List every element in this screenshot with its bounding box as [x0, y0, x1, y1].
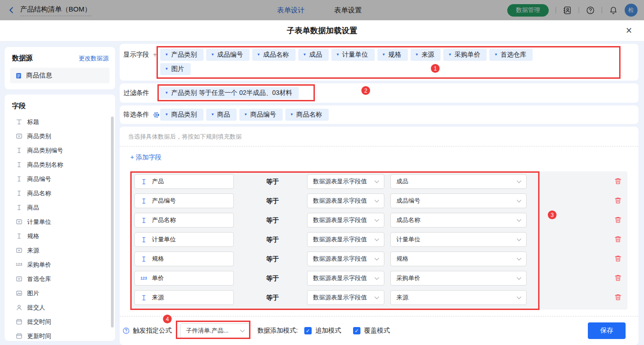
help-circle-icon[interactable] [122, 327, 130, 334]
field-item[interactable]: 商品类别名称 [5, 158, 115, 172]
field-item[interactable]: 规格 [5, 229, 115, 243]
formula-select[interactable]: 子件清单.产品... [180, 323, 250, 338]
source-type-select[interactable]: 数据源表显示字段值 [307, 174, 384, 189]
trash-icon[interactable] [614, 274, 622, 282]
scrollbar-thumb[interactable] [111, 117, 114, 327]
field-item[interactable]: 标题 [5, 115, 115, 129]
field-item[interactable]: 商品类别编号 [5, 143, 115, 158]
avatar[interactable]: 检 [625, 4, 638, 17]
chip-row: ▼产品类别▼成品编号▼成品名称▼成品▼计量单位▼规格▼来源▼采购单价▼首选仓库 [160, 49, 626, 61]
field-item[interactable]: 123采购单价 [5, 257, 115, 272]
source-type-select[interactable]: 数据源表显示字段值 [307, 271, 384, 286]
screen-condition-card: 筛选条件 ▼商品类别▼商品▼商品编号▼商品名称 [120, 105, 638, 124]
date-icon [16, 333, 23, 339]
source-field-select[interactable]: 采购单价 [390, 271, 527, 286]
gear-icon[interactable] [153, 111, 160, 118]
field-chip[interactable]: ▼商品类别 [160, 109, 203, 121]
field-chip[interactable]: ▼商品名称 [285, 109, 329, 121]
field-chip[interactable]: ▼产品类别 等于任意一个 02半成品、03材料 [160, 87, 299, 99]
contacts-icon[interactable] [563, 6, 572, 15]
field-item[interactable]: 商品类别 [5, 129, 115, 143]
field-chip[interactable]: ▼来源 [411, 49, 441, 61]
field-chip[interactable]: ▼首选仓库 [489, 49, 533, 61]
field-item[interactable]: 提交时间 [5, 315, 115, 329]
rule-field-input[interactable]: 来源 [134, 290, 234, 305]
datasource-item[interactable]: 商品信息 [10, 68, 110, 83]
rule-field-input[interactable]: 计量单位 [134, 232, 234, 247]
field-item[interactable]: 计量单位 [5, 215, 115, 229]
field-chip[interactable]: ▼产品类别 [160, 49, 203, 61]
trash-icon[interactable] [614, 235, 622, 243]
save-button[interactable]: 保存 [588, 322, 626, 339]
change-datasource-link[interactable]: 更改数据源 [79, 54, 109, 63]
field-item[interactable]: 提交人 [5, 300, 115, 315]
field-chip[interactable]: ▼商品 [206, 109, 237, 121]
rule-field-input[interactable]: 产品名称 [134, 213, 234, 228]
checkbox[interactable]: ✓ [304, 327, 312, 334]
source-type-select[interactable]: 数据源表显示字段值 [307, 232, 384, 247]
field-item[interactable]: 商品编号 [5, 172, 115, 186]
rule-operator: 等于 [266, 174, 279, 189]
field-item[interactable]: 商品名称 [5, 186, 115, 200]
chevron-down-icon: ▼ [382, 53, 386, 57]
source-field-select[interactable]: 计量单位 [390, 232, 527, 247]
rule-field-input[interactable]: 规格 [134, 251, 234, 266]
title-icon [16, 118, 23, 125]
field-chip[interactable]: ▼计量单位 [331, 49, 375, 61]
text-icon [140, 198, 147, 205]
field-item[interactable]: 图片 [5, 286, 115, 300]
document-icon [15, 72, 22, 79]
close-icon[interactable]: × [626, 23, 632, 37]
rule-operator: 等于 [266, 232, 279, 247]
field-chip[interactable]: ▼成品名称 [252, 49, 296, 61]
field-chip[interactable]: ▼成品编号 [206, 49, 249, 61]
trash-icon[interactable] [614, 177, 622, 185]
data-manage-button[interactable]: 数据管理 [507, 4, 549, 17]
field-item[interactable]: 更新时间 [5, 329, 115, 341]
source-field-select[interactable]: 规格 [390, 251, 527, 266]
trash-icon[interactable] [614, 197, 622, 205]
chip-label: 来源 [421, 51, 434, 59]
checkbox[interactable]: ✓ [353, 327, 360, 334]
rule-field-input[interactable]: 产品 [134, 174, 234, 189]
source-field-select[interactable]: 成品 [390, 174, 527, 189]
chip-label: 计量单位 [342, 51, 368, 59]
field-item[interactable]: 来源 [5, 243, 115, 257]
chevron-down-icon: ▼ [244, 113, 248, 117]
field-item-label: 商品名称 [27, 189, 51, 198]
field-item[interactable]: 首选仓库 [5, 272, 115, 286]
field-chip[interactable]: ▼成品 [298, 49, 329, 61]
trash-icon[interactable] [614, 255, 622, 263]
field-item[interactable]: 商品 [5, 200, 115, 215]
field-chip[interactable]: ▼采购单价 [443, 49, 487, 61]
mode-checkbox-option[interactable]: ✓追加模式 [304, 327, 341, 335]
rule-field-input[interactable]: 123单价 [134, 271, 234, 286]
source-type-select[interactable]: 数据源表显示字段值 [307, 290, 384, 305]
source-field-value: 规格 [396, 255, 408, 263]
source-type-select[interactable]: 数据源表显示字段值 [307, 251, 384, 266]
source-field-select[interactable]: 成品名称 [390, 213, 527, 228]
source-field-select[interactable]: 成品编号 [390, 193, 527, 208]
source-field-select[interactable]: 来源 [390, 290, 527, 305]
source-type-value: 数据源表显示字段值 [313, 197, 367, 205]
topbar-actions: 数据管理 检 [507, 0, 638, 20]
rule-field-label: 产品名称 [152, 216, 176, 224]
bell-icon[interactable] [609, 6, 618, 15]
tab-form-settings[interactable]: 表单设置 [334, 6, 362, 15]
rule-field-input[interactable]: 产品编号 [134, 193, 234, 208]
add-field-link[interactable]: + 添加字段 [130, 153, 162, 162]
field-chip[interactable]: ▼规格 [377, 49, 408, 61]
back-icon[interactable] [7, 6, 16, 14]
modal-title: 子表单数据加载设置 [0, 20, 644, 41]
trash-icon[interactable] [614, 293, 622, 301]
tab-form-design[interactable]: 表单设计 [277, 6, 305, 15]
source-type-select[interactable]: 数据源表显示字段值 [307, 193, 384, 208]
add-display-field-icon[interactable]: + [153, 51, 157, 59]
trash-icon[interactable] [614, 216, 622, 224]
field-chip[interactable]: ▼商品编号 [239, 109, 283, 121]
datasource-title: 数据源 [12, 54, 33, 63]
help-icon[interactable] [586, 6, 595, 15]
mode-checkbox-option[interactable]: ✓覆盖模式 [353, 327, 390, 335]
source-type-select[interactable]: 数据源表显示字段值 [307, 213, 384, 228]
field-chip[interactable]: ▼图片 [160, 63, 191, 75]
